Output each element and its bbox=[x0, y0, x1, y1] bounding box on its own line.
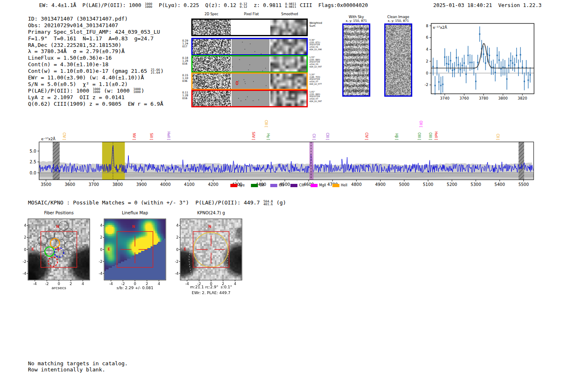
svg-text:OIII [: OIII [ bbox=[428, 132, 432, 140]
catalog-match-line-2: Row intentionally blank. bbox=[28, 366, 128, 373]
info-line-1: Obs: 20210729v014_3013471407 bbox=[28, 22, 164, 29]
svg-text:5100: 5100 bbox=[423, 182, 433, 187]
spectrum-line-legend: LyαOIICIVCIIIMgIIHeII bbox=[230, 183, 347, 187]
info-line-12: LyA z = 2.1097 OII z = 0.0141 bbox=[28, 94, 164, 101]
svg-text:-2: -2 bbox=[425, 83, 428, 87]
with-sky-image bbox=[344, 25, 369, 95]
svg-text:SiII [: SiII [ bbox=[149, 133, 153, 140]
legend-item-OII: OII bbox=[251, 183, 264, 187]
legend-label: CIV bbox=[279, 183, 284, 187]
clean-image bbox=[386, 25, 411, 95]
column-header-pixel-flat: Pixel Flat bbox=[244, 12, 259, 16]
mosaic-kpno-header: MOSAIC/KPNO : Possible Matches = 0 (with… bbox=[28, 199, 286, 206]
info-line-0: ID: 3013471407 (3013471407.pdf) bbox=[28, 16, 164, 22]
legend-item-CIV: CIV bbox=[270, 183, 284, 187]
legend-swatch bbox=[290, 184, 297, 187]
cutout-row-4-left-labels: 0.111.28016 bbox=[182, 91, 191, 100]
info-line-9: EWr = 11.00(±3.90) (w: 4.40(±1.10))Å bbox=[28, 74, 164, 81]
svg-text:Hβ [: Hβ [ bbox=[395, 133, 398, 140]
svg-text:0: 0 bbox=[426, 71, 428, 75]
line-fit-zoom-plot: 86420-237403760378038003820e⁻¹⁷x2Å bbox=[415, 20, 551, 104]
svg-text:6: 6 bbox=[426, 35, 428, 39]
column-header-2d-spec: 2D Spec bbox=[204, 12, 218, 16]
svg-text:SiIV [: SiIV [ bbox=[251, 132, 255, 140]
stacked-fraction: 0.98110.9811 bbox=[285, 2, 296, 8]
legend-label: Lyα bbox=[239, 183, 245, 187]
legend-swatch bbox=[332, 184, 339, 187]
with-sky-image-frame bbox=[342, 23, 370, 97]
svg-text:OII [: OII [ bbox=[419, 121, 423, 128]
cutout-row-2-right-labels: 1.55"(150, 880)20210729v014_03424_LU_097 bbox=[309, 56, 328, 68]
svg-text:4900: 4900 bbox=[375, 182, 386, 187]
lineflux-map-caption: s/b: 2.29 +/- 0.081 bbox=[116, 285, 153, 290]
svg-text:NV [: NV [ bbox=[132, 133, 136, 140]
kpno-g-plot bbox=[171, 212, 245, 288]
svg-text:3800: 3800 bbox=[112, 182, 123, 187]
svg-text:3900: 3900 bbox=[136, 182, 146, 187]
legend-swatch bbox=[270, 184, 277, 187]
svg-text:5300: 5300 bbox=[471, 182, 481, 187]
svg-text:CII [: CII [ bbox=[312, 134, 316, 140]
cutout-row-3 bbox=[191, 72, 308, 90]
cutout-row-0-right-labels: WeightedSum bbox=[309, 22, 328, 28]
svg-text:3500: 3500 bbox=[41, 182, 51, 187]
svg-text:5000: 5000 bbox=[399, 182, 409, 187]
stacked-fraction: 10001000 bbox=[145, 2, 152, 8]
full-spectrum-plot: 5.02.50.03500360037003800390040004100420… bbox=[25, 114, 555, 191]
fiber-positions-plot bbox=[19, 212, 93, 288]
info-line-8: Cont(w) = 1.10(±0.01)e-17 (gmag 21.65 21… bbox=[28, 68, 164, 74]
svg-text:3820: 3820 bbox=[518, 96, 527, 100]
svg-text:5400: 5400 bbox=[495, 182, 505, 187]
elixer-report-page: EW: 4.4±1.1Å P(LAE)/P(OII): 1000 1000100… bbox=[0, 0, 576, 392]
clean-image-coords: x, y: 150, 871 bbox=[388, 19, 409, 23]
cutout-row-4-images bbox=[193, 91, 307, 106]
cutout-row-3-left-labels: 0.151.10036 bbox=[182, 74, 191, 83]
cutout-row-1-left-labels: 0.291.24017 bbox=[182, 39, 191, 49]
svg-text:2: 2 bbox=[426, 59, 428, 63]
svg-text:2.5: 2.5 bbox=[30, 160, 36, 164]
legend-label: MgII bbox=[319, 183, 326, 187]
svg-text:3740: 3740 bbox=[440, 96, 450, 100]
stacked-fraction: 0.120.12 bbox=[240, 2, 247, 8]
svg-text:e⁻¹⁷x2Å: e⁻¹⁷x2Å bbox=[41, 137, 56, 141]
cutout-row-4 bbox=[191, 90, 308, 107]
info-line-2: Primary Spec_Slot_IFU_AMP: 424_039_053_L… bbox=[28, 29, 164, 35]
svg-text:CIV [: CIV [ bbox=[62, 132, 66, 140]
catalog-match-line-1: No matching targets in catalog. bbox=[28, 360, 128, 366]
svg-text:4100: 4100 bbox=[184, 182, 194, 187]
info-line-7: Cont(n) = 4.30(±1.10)e-18 bbox=[28, 61, 164, 68]
cutout-row-0 bbox=[191, 19, 308, 36]
legend-swatch bbox=[230, 184, 237, 187]
info-line-3: F=1.9" T=0.161 N=1.17 A=0.83 g=24.7 bbox=[28, 35, 164, 42]
svg-text:3700: 3700 bbox=[88, 182, 99, 187]
with-sky-title: With Sky bbox=[348, 15, 364, 19]
svg-text:5500: 5500 bbox=[518, 182, 529, 187]
svg-text:4200: 4200 bbox=[208, 182, 218, 187]
svg-text:CIII [: CIII [ bbox=[264, 120, 268, 128]
svg-text:5200: 5200 bbox=[447, 182, 457, 187]
svg-text:3600: 3600 bbox=[65, 182, 75, 187]
svg-text:CIII [: CIII [ bbox=[325, 133, 329, 140]
info-line-5: λ = 3780.34Å σ = 2.79(±0.79)Å bbox=[28, 48, 164, 55]
svg-text:8: 8 bbox=[426, 24, 428, 28]
cutout-row-2-left-labels: 0.181.28016 bbox=[182, 57, 191, 66]
info-line-10: S/N = 5.0(±0.5) χ² = 1.1(±0.2) bbox=[28, 81, 164, 88]
svg-text:3800: 3800 bbox=[498, 96, 508, 100]
info-line-4: RA,Dec (232.225281,52.181530) bbox=[28, 42, 164, 49]
cutout-row-4-right-labels: 1.81"(150, 880)20210729v014_07424_LU_097 bbox=[309, 91, 328, 103]
cutout-row-3-right-labels: 1.20"(148, 703)20210729v014_07424_LU_077 bbox=[309, 74, 328, 86]
kpno-g-caption-2: EWr: 2. PLAE: 449.7 bbox=[192, 290, 230, 295]
legend-label: OII bbox=[260, 183, 264, 187]
info-line-11: P(LAE)/P(OII): 1000 10001000 (w: 1000 10… bbox=[28, 88, 164, 94]
clean-image-frame bbox=[384, 23, 412, 97]
kpno-g-caption-1: m:21.1 rc:2.9" s:0.1" bbox=[190, 285, 232, 289]
lineflux-map-plot bbox=[95, 212, 169, 288]
legend-label: CIII bbox=[299, 183, 304, 187]
catalog-match-note: No matching targets in catalog. Row inte… bbox=[28, 360, 128, 373]
stacked-fraction: 21.6621.64 bbox=[151, 68, 160, 74]
fiber-positions-xlabel: arcsecs bbox=[51, 285, 66, 290]
stacked-fraction: 10001000 bbox=[93, 88, 100, 93]
legend-swatch bbox=[311, 184, 318, 187]
cutout-row-1-images bbox=[193, 39, 307, 54]
with-sky-coords: x, y: 150, 871 bbox=[346, 19, 367, 23]
